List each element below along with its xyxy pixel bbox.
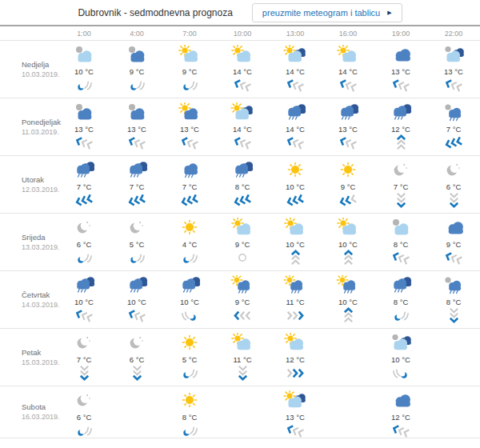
wind-icon — [181, 78, 198, 91]
sun-rain-icon — [230, 275, 254, 294]
forecast-row: Subota16.03.2019.6 °C8 °C13 °C12 °C — [0, 386, 480, 438]
wind-icon — [392, 78, 410, 91]
day-name: Ponedjeljak — [22, 118, 58, 127]
wind-icon — [396, 194, 406, 206]
moon-stars-icon — [72, 218, 96, 237]
wind-icon — [286, 194, 304, 206]
forecast-cell: 9 °C — [163, 41, 216, 98]
temperature: 7 °C — [77, 355, 92, 364]
rain-blue-dark-icon — [72, 160, 96, 179]
temperature: 10 °C — [338, 240, 358, 249]
forecast-cell: 10 °C — [269, 214, 322, 270]
sun-icon — [178, 218, 202, 237]
wind-icon — [75, 136, 93, 149]
temperature: 12 °C — [391, 413, 410, 422]
sun-cloud-light-icon — [283, 333, 307, 352]
day-label: Ponedjeljak11.03.2019. — [0, 98, 58, 155]
wind-icon — [181, 136, 198, 149]
forecast-cell: 10 °C — [322, 214, 374, 270]
wind-icon — [396, 136, 406, 149]
wind-icon — [445, 78, 462, 91]
wind-icon — [79, 366, 90, 379]
day-date: 11.03.2019. — [22, 127, 58, 137]
forecast-cell: 13 °C — [374, 41, 427, 98]
day-label: Petak15.03.2019. — [0, 329, 58, 386]
forecast-cell: 7 °C — [110, 156, 163, 213]
temperature: 14 °C — [338, 67, 358, 76]
day-date: 13.03.2019. — [22, 242, 58, 252]
forecast-cell: 7 °C — [163, 156, 216, 213]
page-header: Dubrovnik - sedmodnevna prognoza preuzmi… — [0, 0, 480, 26]
wind-icon — [343, 251, 354, 264]
forecast-cell — [110, 386, 163, 438]
wind-icon — [339, 194, 357, 206]
wind-icon — [339, 78, 357, 91]
temperature: 13 °C — [338, 125, 358, 134]
sun-cloud-light-icon — [283, 218, 307, 237]
cloud-gray-blue-icon — [125, 45, 149, 64]
rain-blue-dark-icon — [389, 102, 413, 122]
forecast-cell: 10 °C — [110, 271, 163, 328]
forecast-cell: 10 °C — [374, 329, 427, 386]
rain-blue-dark-icon — [283, 102, 307, 122]
day-name: Srijeda — [22, 233, 58, 242]
sun-rain-icon — [283, 275, 307, 294]
rain-gray-blue-icon — [442, 102, 466, 122]
temperature: 9 °C — [341, 182, 356, 191]
wind-icon — [286, 78, 304, 91]
temperature: 14 °C — [233, 125, 252, 134]
rain-blue-icon — [178, 160, 202, 179]
temperature: 6 °C — [130, 355, 145, 364]
wind-icon — [339, 136, 357, 149]
time-header: 4:00 — [110, 30, 163, 38]
wind-icon — [449, 194, 459, 206]
time-header: 19:00 — [374, 30, 427, 38]
wind-icon — [392, 424, 410, 437]
wind-icon — [132, 366, 142, 379]
temperature: 13 °C — [74, 125, 94, 134]
temperature: 9 °C — [235, 240, 250, 249]
forecast-row: Srijeda13.03.2019.6 °C5 °C4 °C9 °C10 °C1… — [0, 214, 480, 271]
sun-cloud-light-dark-icon — [283, 390, 307, 410]
forecast-cell: 14 °C — [269, 41, 322, 98]
rain-blue-dark-icon — [389, 275, 413, 294]
wind-icon — [75, 309, 93, 322]
sun-cloud-light-icon — [230, 333, 254, 352]
moon-stars-icon — [389, 160, 413, 179]
download-meteogram-button[interactable]: preuzmite meteogram i tablicu ▶ — [252, 3, 402, 22]
wind-icon — [286, 366, 304, 379]
wind-icon — [75, 194, 93, 206]
temperature: 13 °C — [391, 67, 410, 76]
forecast-cell: 14 °C — [322, 41, 374, 98]
temperature: 7 °C — [394, 182, 409, 191]
temperature: 8 °C — [182, 413, 198, 422]
forecast-cell: 5 °C — [110, 214, 163, 270]
sun-icon — [283, 160, 307, 179]
wind-icon — [75, 78, 93, 91]
temperature: 9 °C — [182, 67, 198, 76]
forecast-cell — [216, 386, 269, 438]
rain-blue-dark-icon — [230, 160, 254, 179]
cloud-blue-icon — [389, 45, 413, 64]
sun-cloud-light-icon — [178, 45, 202, 64]
forecast-row: Četvrtak14.03.2019.10 °C10 °C10 °C9 °C11… — [0, 271, 480, 329]
play-icon: ▶ — [387, 10, 391, 15]
forecast-cell: 13 °C — [58, 98, 110, 155]
wind-icon — [392, 251, 410, 264]
rain-blue-dark-icon — [125, 160, 149, 179]
moon-stars-icon — [72, 333, 96, 352]
forecast-cell: 10 °C — [163, 271, 216, 328]
rain-blue-dark-icon — [336, 102, 360, 122]
wind-icon — [343, 309, 354, 322]
temperature: 10 °C — [286, 240, 305, 249]
forecast-cell: 7 °C — [58, 156, 110, 213]
forecast-cell: 11 °C — [269, 271, 322, 328]
sun-cloud-blue-icon — [178, 102, 202, 122]
forecast-row: Utorak12.03.2019.7 °C7 °C7 °C8 °C10 °C9 … — [0, 156, 480, 214]
time-header: 22:00 — [427, 30, 480, 38]
day-name: Četvrtak — [22, 290, 58, 300]
cloud-blue-icon — [442, 218, 466, 237]
temperature: 11 °C — [286, 298, 304, 306]
sun-cloud-light-icon — [230, 45, 254, 64]
day-name: Utorak — [22, 175, 58, 185]
